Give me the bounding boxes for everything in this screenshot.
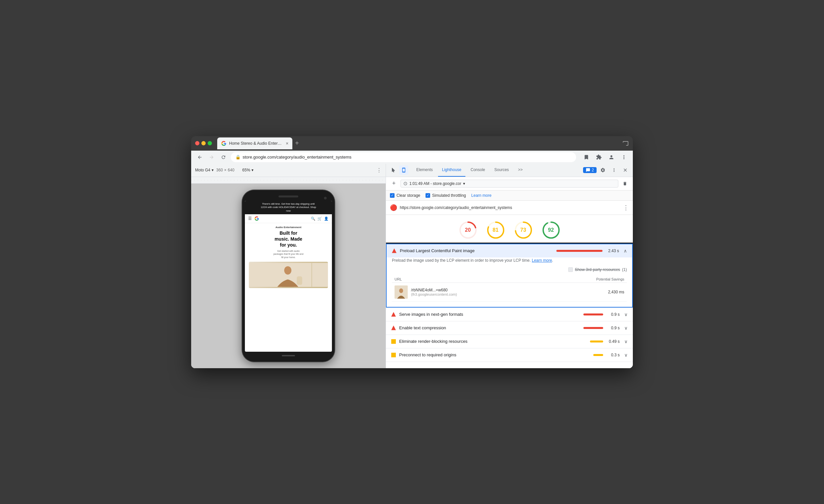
svg-point-13 <box>399 288 403 293</box>
zoom-level: 65% <box>242 168 250 172</box>
browser-window: Home Stereo & Audio Entertain... × + 🔒 s… <box>191 136 633 368</box>
audit-preload-lcp-header[interactable]: Preload Largest Contentful Paint image 2… <box>386 243 633 258</box>
audit-preconnect: Preconnect to required origins 0.3 s ∨ <box>386 348 633 362</box>
clock-icon <box>403 182 407 186</box>
audit-preload-lcp-chevron[interactable]: ∧ <box>624 248 627 254</box>
phone-nav: ☰ 🔍 🛒 👤 <box>245 214 332 223</box>
refresh-button[interactable] <box>219 153 228 162</box>
devtools-icons <box>389 166 408 175</box>
clear-storage-checkbox[interactable]: ✓ Clear storage <box>390 193 420 198</box>
audit-text-compression-title: Enable text compression <box>399 325 580 330</box>
clear-storage-label: Clear storage <box>397 193 420 198</box>
lighthouse-audits: Preload Largest Contentful Paint image 2… <box>386 243 633 368</box>
badge-count: 2 <box>592 168 594 172</box>
devtools-device-icon[interactable] <box>399 166 408 175</box>
devtools-more-button[interactable] <box>609 165 619 175</box>
maximize-button[interactable] <box>208 141 212 145</box>
phone-hero-image <box>249 262 328 288</box>
phone-speaker <box>279 195 298 197</box>
tab-sources[interactable]: Sources <box>491 164 513 177</box>
audit-preconnect-chevron[interactable]: ∨ <box>624 352 628 358</box>
active-tab[interactable]: Home Stereo & Audio Entertain... × <box>217 137 292 149</box>
devtools-cursor-icon[interactable] <box>389 166 398 175</box>
show-3rd-party: Show 3rd-party resources (1) <box>392 267 627 272</box>
show-3rd-checkbox[interactable] <box>568 267 573 272</box>
lighthouse-clear-button[interactable] <box>621 180 629 188</box>
hero-line1: Built for <box>280 230 297 236</box>
audit-url-main: /rbNNiE4oM...=w680 <box>411 288 605 292</box>
audit-render-blocking-chevron[interactable]: ∨ <box>624 339 628 344</box>
extension-button[interactable] <box>594 152 604 162</box>
audit-next-gen-bar <box>584 313 603 315</box>
devtools-settings-button[interactable] <box>598 165 608 175</box>
forward-button[interactable] <box>207 153 216 162</box>
audit-text-compression-header[interactable]: Enable text compression 0.9 s ∨ <box>386 321 633 334</box>
title-bar: Home Stereo & Audio Entertain... × + <box>191 136 633 150</box>
back-button[interactable] <box>195 153 204 162</box>
close-button[interactable] <box>195 141 199 145</box>
score-value-performance: 20 <box>465 227 471 233</box>
table-col-url: URL <box>395 277 402 281</box>
mobile-panel: Moto G4 ▾ 360 × 640 65% ▾ ⋮ <box>191 164 386 368</box>
chrome-cast-icon <box>622 140 629 147</box>
score-performance: 20 <box>458 220 478 240</box>
throttling-checkbox[interactable]: ✓ Simulated throttling <box>425 193 466 198</box>
new-tab-button[interactable]: + <box>294 138 300 148</box>
audit-preload-lcp-expanded: Preload the image used by the LCP elemen… <box>386 258 633 308</box>
lighthouse-add-button[interactable]: + <box>390 180 398 188</box>
audit-render-blocking-header[interactable]: Eliminate render-blocking resources 0.49… <box>386 335 633 348</box>
minimize-button[interactable] <box>201 141 206 145</box>
lighthouse-scores: 20 81 <box>386 215 633 243</box>
profile-button[interactable] <box>607 152 616 162</box>
chrome-menu-button[interactable] <box>619 152 629 162</box>
audit-render-blocking-time: 0.49 s <box>607 339 620 344</box>
tab-close-button[interactable]: × <box>286 141 288 146</box>
audit-next-gen-title: Serve images in next-gen formats <box>399 312 580 317</box>
lighthouse-audit-url: 🔴 https://store.google.com/category/audi… <box>386 201 633 215</box>
clear-storage-cb-icon: ✓ <box>390 193 395 198</box>
audit-render-blocking-title: Eliminate render-blocking resources <box>399 339 587 344</box>
phone-home-indicator <box>282 355 295 356</box>
audit-preconnect-header[interactable]: Preconnect to required origins 0.3 s ∨ <box>386 348 633 362</box>
hero-line2: music. Made <box>275 236 302 241</box>
audit-table-row: /rbNNiE4oM...=w680 (lh3.googleuserconten… <box>392 283 627 302</box>
device-toolbar-more[interactable]: ⋮ <box>377 167 382 173</box>
audit-preconnect-title: Preconnect to required origins <box>399 352 590 357</box>
lighthouse-url-selector[interactable]: 1:01:49 AM - store.google.cor ▾ <box>401 180 618 188</box>
audit-next-gen-time: 0.9 s <box>607 312 620 317</box>
devtools-close-button[interactable] <box>620 165 630 175</box>
audit-text-compression: Enable text compression 0.9 s ∨ <box>386 321 633 335</box>
phone-banner: There's still time. Get free two-day shi… <box>245 201 332 215</box>
score-accessibility: 81 <box>486 220 506 240</box>
tab-more[interactable]: >> <box>514 164 527 177</box>
hero-line3: for you. <box>280 242 297 247</box>
hero-image-svg <box>249 262 328 288</box>
phone-hero-title: Built for music. Made for you. <box>249 230 328 248</box>
tab-elements[interactable]: Elements <box>412 164 437 177</box>
tab-lighthouse[interactable]: Lighthouse <box>438 164 466 177</box>
viewport-dimensions: 360 × 640 <box>216 168 234 172</box>
chat-icon <box>586 168 590 172</box>
bookmark-button[interactable] <box>582 152 591 162</box>
url-bar[interactable]: 🔒 store.google.com/category/audio_entert… <box>231 152 576 162</box>
audit-preconnect-time: 0.3 s <box>607 353 620 357</box>
phone-google-logo <box>254 216 259 221</box>
phone-screen: There's still time. Get free two-day shi… <box>245 201 332 352</box>
audit-text-compression-bar-container <box>584 327 603 329</box>
score-value-seo: 92 <box>548 227 554 233</box>
tab-console[interactable]: Console <box>467 164 489 177</box>
audit-preload-lcp-learn-more[interactable]: Learn more <box>532 258 552 263</box>
device-selector[interactable]: Moto G4 ▾ <box>195 168 214 172</box>
throttling-learn-more[interactable]: Learn more <box>471 193 492 198</box>
tab-title: Home Stereo & Audio Entertain... <box>229 141 282 146</box>
lighthouse-audit-url-text: https://store.google.com/category/audio_… <box>400 205 620 210</box>
lighthouse-audit-more-button[interactable]: ⋮ <box>623 204 629 211</box>
zoom-selector[interactable]: 65% ▾ <box>242 168 253 172</box>
audit-next-gen-header[interactable]: Serve images in next-gen formats 0.9 s ∨ <box>386 308 633 321</box>
audit-text-compression-chevron[interactable]: ∨ <box>624 325 628 331</box>
phone-hero-subtitle: Get started with audio packages that fit… <box>249 249 328 259</box>
notifications-badge[interactable]: 2 <box>583 167 597 173</box>
url-right-actions <box>582 152 629 162</box>
audit-next-gen-chevron[interactable]: ∨ <box>624 312 628 317</box>
tab-favicon <box>221 141 226 146</box>
